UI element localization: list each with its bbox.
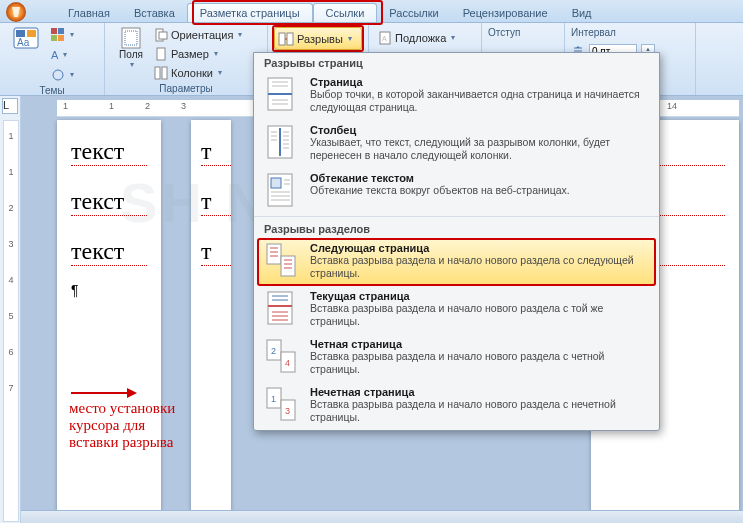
svg-rect-29 [267, 244, 281, 264]
orientation-button[interactable]: Ориентация▾ [151, 25, 245, 44]
page-1[interactable]: текст текст текст ¶ [57, 120, 161, 523]
tab-selector[interactable]: L [2, 98, 18, 114]
svg-text:Aa: Aa [17, 37, 30, 48]
margins-button[interactable]: Поля▾ [111, 25, 151, 82]
svg-rect-8 [58, 35, 64, 41]
tab-review[interactable]: Рецензирование [451, 4, 560, 22]
tab-insert[interactable]: Вставка [122, 4, 187, 22]
break-column[interactable]: СтолбецУказывает, что текст, следующий з… [254, 120, 659, 168]
group-label-spacing: Интервал [571, 25, 689, 41]
svg-rect-28 [271, 178, 281, 188]
svg-rect-31 [268, 292, 292, 324]
svg-rect-6 [58, 28, 64, 34]
section-break-next-page[interactable]: Следующая страницаВставка разрыва раздел… [257, 238, 656, 286]
even-page-break-icon: 24 [264, 338, 300, 374]
svg-rect-7 [51, 35, 57, 41]
watermark-button[interactable]: A Подложка▾ [375, 28, 475, 47]
svg-rect-13 [159, 32, 167, 39]
size-button[interactable]: Размер▾ [151, 44, 245, 63]
columns-button[interactable]: Колонки▾ [151, 63, 245, 82]
section-break-continuous[interactable]: Текущая страницаВставка разрыва раздела … [254, 286, 659, 334]
dropdown-section-section-breaks: Разрывы разделов [254, 219, 659, 238]
dropdown-section-page-breaks: Разрывы страниц [254, 53, 659, 72]
page-break-icon [264, 76, 300, 112]
section-break-even-page[interactable]: 24 Четная страницаВставка разрыва раздел… [254, 334, 659, 382]
text-line: текст [71, 188, 147, 216]
odd-page-break-icon: 13 [264, 386, 300, 422]
svg-rect-16 [162, 67, 167, 79]
text-line: текст [71, 138, 147, 166]
next-page-break-icon [264, 242, 300, 278]
svg-rect-17 [279, 33, 285, 45]
theme-fonts-button[interactable]: A▾ [48, 45, 77, 64]
text-wrap-break-icon [264, 172, 300, 208]
svg-rect-15 [155, 67, 160, 79]
tab-view[interactable]: Вид [560, 4, 604, 22]
tab-mailings[interactable]: Рассылки [377, 4, 450, 22]
chevron-down-icon: ▾ [70, 30, 74, 39]
svg-rect-14 [157, 48, 165, 60]
svg-point-9 [53, 70, 63, 80]
tab-home[interactable]: Главная [56, 4, 122, 22]
svg-text:3: 3 [285, 406, 290, 416]
svg-text:A: A [382, 35, 387, 42]
breaks-icon [278, 32, 294, 46]
tab-references[interactable]: Ссылки [313, 3, 378, 22]
svg-text:4: 4 [285, 358, 290, 368]
horizontal-scrollbar[interactable] [21, 510, 743, 523]
page-2[interactable]: т т т [191, 120, 231, 523]
paragraph-mark-icon: ¶ [71, 282, 79, 298]
vertical-ruler[interactable]: 1 1 2 3 4 5 6 7 [3, 120, 19, 522]
breaks-dropdown: Разрывы страниц СтраницаВыбор точки, в к… [253, 52, 660, 431]
svg-marker-22 [127, 388, 137, 398]
theme-colors-button[interactable]: ▾ [48, 25, 77, 44]
break-page[interactable]: СтраницаВыбор точки, в которой заканчива… [254, 72, 659, 120]
vertical-ruler-col: L 1 1 2 3 4 5 6 7 [0, 96, 21, 523]
section-break-odd-page[interactable]: 13 Нечетная страницаВставка разрыва разд… [254, 382, 659, 430]
text-line: текст [71, 238, 147, 266]
svg-text:1: 1 [271, 394, 276, 404]
svg-rect-30 [281, 256, 295, 276]
office-button[interactable] [4, 0, 36, 22]
group-label-page-setup: Параметры [111, 82, 261, 95]
continuous-break-icon [264, 290, 300, 326]
svg-text:2: 2 [271, 346, 276, 356]
svg-rect-18 [287, 33, 293, 45]
svg-rect-3 [27, 30, 36, 37]
breaks-button[interactable]: Разрывы▾ [274, 27, 362, 50]
themes-button[interactable]: Aa [6, 25, 46, 84]
theme-effects-button[interactable]: ▾ [48, 65, 77, 84]
annotation-arrow-icon [69, 386, 139, 400]
group-label-indent: Отступ [488, 25, 558, 38]
svg-rect-2 [16, 30, 25, 37]
break-text-wrapping[interactable]: Обтекание текстомОбтекание текста вокруг… [254, 168, 659, 214]
ribbon-tabs: Главная Вставка Разметка страницы Ссылки… [0, 0, 743, 23]
tab-page-layout[interactable]: Разметка страницы [187, 3, 313, 22]
svg-rect-5 [51, 28, 57, 34]
column-break-icon [264, 124, 300, 160]
annotation-text: место установки курсора для вставки разр… [69, 400, 175, 451]
